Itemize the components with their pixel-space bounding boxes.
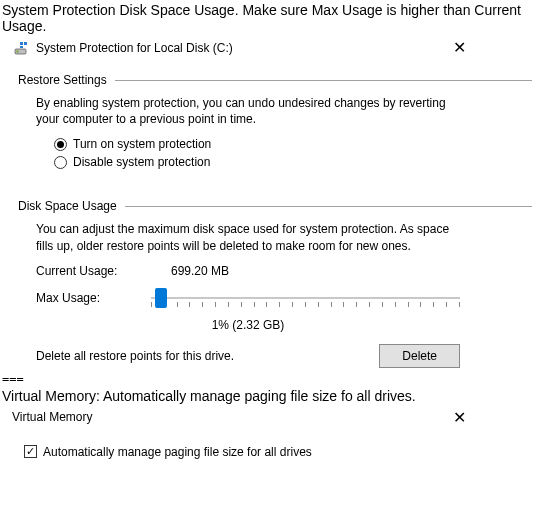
max-usage-slider[interactable]	[151, 286, 460, 310]
radio-label: Disable system protection	[73, 155, 210, 169]
svg-rect-1	[17, 50, 19, 52]
slider-ticks	[151, 302, 460, 308]
delete-button[interactable]: Delete	[379, 344, 460, 368]
radio-disable[interactable]: Disable system protection	[54, 155, 460, 169]
divider	[125, 206, 532, 207]
current-usage-row: Current Usage: 699.20 MB	[36, 264, 460, 278]
disk-space-description: You can adjust the maximum disk space us…	[36, 221, 460, 253]
restore-description: By enabling system protection, you can u…	[36, 95, 460, 127]
window-title: System Protection for Local Disk (C:)	[36, 41, 439, 55]
current-usage-value: 699.20 MB	[171, 264, 229, 278]
max-usage-value: 1% (2.32 GB)	[36, 318, 460, 332]
checkbox-icon	[24, 445, 37, 458]
instruction-system-protection: System Protection Disk Space Usage. Make…	[0, 0, 550, 36]
svg-rect-3	[24, 42, 27, 45]
virtual-memory-titlebar: Virtual Memory ✕	[0, 406, 550, 429]
svg-rect-2	[20, 42, 23, 45]
svg-rect-4	[20, 46, 23, 48]
restore-settings-header: Restore Settings	[18, 73, 532, 87]
divider	[115, 80, 532, 81]
drive-protect-icon	[14, 40, 30, 56]
disk-space-label: Disk Space Usage	[18, 199, 117, 213]
restore-settings-label: Restore Settings	[18, 73, 107, 87]
radio-label: Turn on system protection	[73, 137, 211, 151]
max-usage-label: Max Usage:	[36, 291, 141, 305]
slider-thumb[interactable]	[155, 288, 167, 308]
close-icon[interactable]: ✕	[445, 408, 474, 427]
radio-turn-on[interactable]: Turn on system protection	[54, 137, 460, 151]
delete-description: Delete all restore points for this drive…	[36, 349, 234, 363]
window-title: Virtual Memory	[12, 410, 445, 424]
instruction-virtual-memory: Virtual Memory: Automatically manage pag…	[0, 386, 550, 406]
auto-manage-checkbox-row[interactable]: Automatically manage paging file size fo…	[24, 445, 532, 459]
system-protection-titlebar: System Protection for Local Disk (C:) ✕	[0, 36, 550, 59]
current-usage-label: Current Usage:	[36, 264, 141, 278]
section-separator: ===	[0, 372, 550, 386]
slider-track	[151, 297, 460, 299]
radio-icon	[54, 138, 67, 151]
disk-space-header: Disk Space Usage	[18, 199, 532, 213]
checkbox-label: Automatically manage paging file size fo…	[43, 445, 312, 459]
radio-icon	[54, 156, 67, 169]
close-icon[interactable]: ✕	[445, 38, 474, 57]
